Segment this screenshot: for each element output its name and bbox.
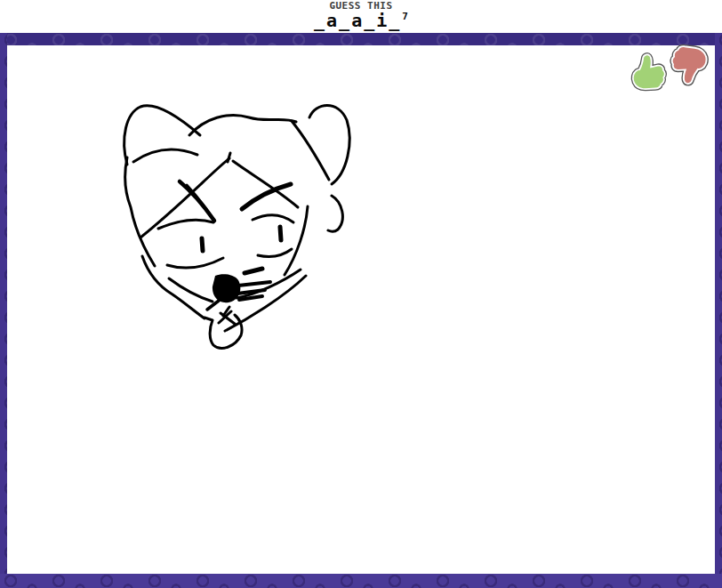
right-bun [309,106,349,185]
frame-border-left [0,33,7,588]
frame-border-bottom [0,574,722,588]
dislike-button[interactable] [668,43,713,90]
left-hairline [125,157,155,266]
thumbs-down-icon [668,43,713,90]
nose-scribble-1 [238,282,270,286]
eye-left-upper [158,220,213,229]
forehead-hairline [133,149,197,162]
right-cheek [285,206,308,275]
word-length-badge: 7 [402,7,408,26]
eye-left-lower [167,258,223,268]
bang-left [140,158,229,238]
guess-banner: GUESS THIS _a_a_i_7 [0,0,722,33]
eye-right-lower [258,249,292,256]
drawing-svg [7,45,715,574]
frame-border-top [0,33,722,45]
head-top [189,115,296,135]
right-temple [292,121,329,180]
canvas-frame [0,33,722,588]
masked-word-row: _a_a_i_7 [0,12,722,33]
eye-right-upper [253,215,293,222]
pupil-right [280,227,281,240]
pupil-left [202,238,203,251]
frame-border-right [715,33,722,588]
feedback-buttons [626,44,712,92]
right-ear [328,196,342,231]
brow-left-thin [187,185,214,222]
thumbs-up-icon [623,48,670,94]
drawing-canvas [7,45,715,574]
like-button[interactable] [623,48,670,94]
masked-word: _a_a_i_ [314,10,401,31]
nose-dash [245,269,262,273]
